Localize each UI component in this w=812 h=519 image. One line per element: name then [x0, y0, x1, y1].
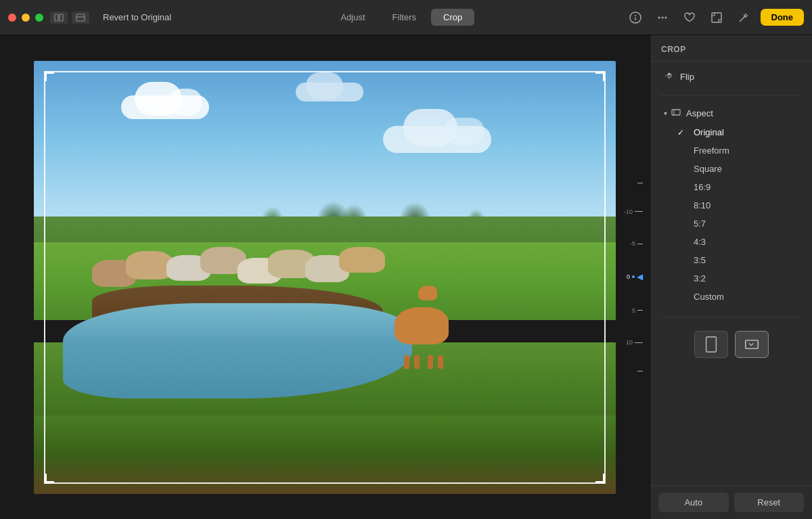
aspect-custom[interactable]: Custom [650, 288, 812, 306]
cloud-1 [121, 95, 209, 119]
toolbar-right: Done [625, 7, 805, 28]
cloud-2 [296, 83, 363, 101]
tab-adjust[interactable]: Adjust [328, 9, 377, 26]
window-ctrl-2[interactable] [72, 12, 89, 24]
image-area[interactable]: -10 -5 0 ◀ 5 10 [0, 35, 650, 519]
photo-background [34, 61, 616, 494]
info-button[interactable] [625, 7, 646, 28]
aspect-4-3[interactable]: 4:3 [650, 233, 812, 251]
tick-label-10: 10 [626, 339, 633, 346]
revert-button[interactable]: Revert to Original [96, 9, 178, 25]
maximize-button[interactable] [35, 14, 43, 22]
cow-leg-1 [404, 355, 409, 369]
svg-rect-13 [672, 110, 680, 115]
lone-cow-body [394, 307, 449, 344]
aspect-square-label: Square [694, 164, 722, 174]
traffic-lights [8, 14, 43, 22]
aspect-freeform-label: Freeform [694, 145, 729, 156]
svg-rect-15 [706, 337, 716, 352]
svg-rect-1 [60, 14, 63, 21]
panel-header: CROP [650, 35, 812, 62]
tick-line-long [635, 211, 643, 212]
aspect-4-3-label: 4:3 [694, 237, 706, 247]
tick-label-zero: 0 [627, 273, 630, 280]
svg-point-9 [664, 16, 667, 18]
orientation-buttons [650, 323, 812, 366]
aspect-5-7[interactable]: 5:7 [650, 215, 812, 233]
aspect-list: ✓ Original Freeform Square 16:9 8: [650, 123, 812, 306]
cloud-3 [383, 126, 491, 153]
svg-rect-0 [55, 14, 58, 21]
photo-container: -10 -5 0 ◀ 5 10 [34, 61, 616, 494]
done-button[interactable]: Done [761, 9, 805, 26]
lone-cow-head [418, 286, 437, 300]
titlebar: Revert to Original Adjust Filters Crop [0, 0, 812, 35]
tick-line [637, 310, 643, 311]
ruler-tick-15 [635, 371, 643, 371]
tick-line [637, 183, 643, 183]
aspect-3-2[interactable]: 3:2 [650, 269, 812, 288]
tick-label-5: 5 [632, 307, 635, 314]
ruler-tick-5: 5 [632, 307, 643, 314]
aspect-3-5[interactable]: 3:5 [650, 251, 812, 269]
aspect-16-9[interactable]: 16:9 [650, 178, 812, 196]
cow-leg-3 [428, 355, 433, 369]
aspect-label: Aspect [686, 108, 713, 118]
ruler-tick-neg5: -5 [630, 240, 643, 247]
tick-line-long [635, 342, 643, 343]
divider-1 [661, 95, 801, 95]
cow-leg-4 [438, 355, 443, 369]
aspect-5-7-label: 5:7 [694, 219, 706, 229]
tick-dot [632, 275, 635, 278]
cow-group [92, 242, 412, 329]
ruler-tick-neg10: -10 [624, 208, 643, 215]
ruler-tick-neg15 [635, 183, 643, 183]
landscape-orientation-button[interactable] [735, 331, 769, 358]
ruler-tick-zero: 0 ◀ [627, 272, 643, 281]
panel-divider [661, 317, 801, 317]
tab-filters[interactable]: Filters [380, 9, 428, 26]
flip-icon [664, 71, 675, 83]
ruler-tick-10: 10 [626, 339, 643, 346]
minimize-button[interactable] [22, 14, 30, 22]
panel-footer: Auto Reset [650, 485, 812, 519]
main-content: -10 -5 0 ◀ 5 10 [0, 35, 812, 519]
tick-line [637, 371, 643, 371]
tab-crop[interactable]: Crop [431, 9, 474, 26]
aspect-16-9-label: 16:9 [694, 182, 710, 192]
aspect-original-label: Original [694, 127, 724, 137]
aspect-freeform[interactable]: Freeform [650, 141, 812, 160]
aspect-original[interactable]: ✓ Original [650, 123, 812, 141]
svg-rect-10 [712, 13, 721, 22]
checkmark-icon: ✓ [677, 128, 687, 137]
flip-label: Flip [680, 72, 694, 82]
lone-cow-legs [401, 355, 451, 365]
svg-point-7 [658, 16, 660, 18]
aspect-item[interactable]: ▾ Aspect [653, 104, 809, 123]
flip-item[interactable]: Flip [653, 67, 809, 87]
window-ctrl-1[interactable] [50, 12, 68, 24]
crop-resize-button[interactable] [706, 7, 727, 28]
right-panel: CROP Flip ▾ [650, 35, 812, 519]
cow-leg-2 [414, 355, 420, 369]
magic-wand-button[interactable] [734, 7, 754, 28]
cow-8 [339, 247, 385, 273]
aspect-3-5-label: 3:5 [694, 255, 706, 265]
more-button[interactable] [652, 7, 673, 28]
aspect-8-10[interactable]: 8:10 [650, 196, 812, 215]
auto-button[interactable]: Auto [658, 493, 729, 512]
rotation-ruler: -10 -5 0 ◀ 5 10 [624, 183, 643, 372]
photo-scene [34, 61, 616, 494]
aspect-square[interactable]: Square [650, 160, 812, 178]
grass-fg-layer [34, 415, 616, 493]
chevron-down-icon: ▾ [664, 110, 667, 117]
panel-section-flip: Flip [650, 62, 812, 92]
close-button[interactable] [8, 14, 16, 22]
aspect-icon [671, 108, 681, 119]
svg-rect-2 [76, 14, 85, 21]
favorite-button[interactable] [679, 7, 700, 28]
ruler-arrow: ◀ [637, 272, 643, 281]
reset-button[interactable]: Reset [734, 493, 805, 512]
svg-point-8 [661, 16, 663, 18]
portrait-orientation-button[interactable] [694, 331, 728, 358]
